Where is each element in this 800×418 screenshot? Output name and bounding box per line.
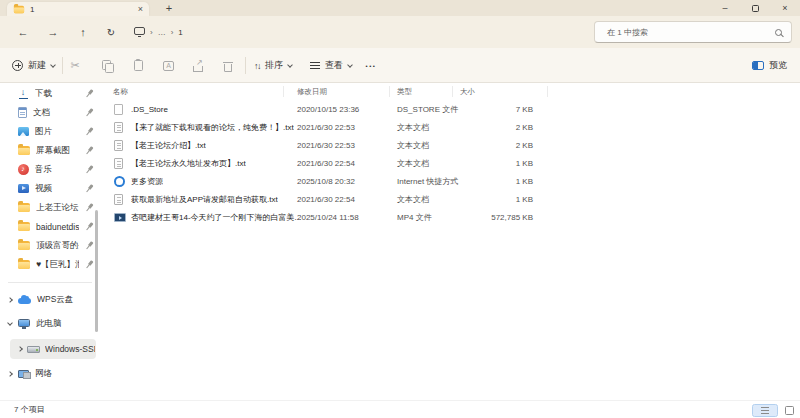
copy-button[interactable]: [98, 48, 116, 83]
sort-label: 排序: [265, 59, 283, 72]
column-header-size[interactable]: 大小: [460, 83, 475, 100]
file-row[interactable]: 【来了就能下载和观看的论坛，纯免费！】.txt 2021/6/30 22:53 …: [100, 118, 660, 136]
file-row[interactable]: 【老王论坛永久地址发布页】.txt 2021/6/30 22:54 文本文档 1…: [100, 154, 660, 172]
sidebar-item-screenshots[interactable]: 屏幕截图: [0, 141, 100, 160]
toolbar: [0, 48, 800, 83]
back-button[interactable]: ←: [12, 16, 34, 48]
breadcrumb-current-folder[interactable]: 1: [178, 28, 182, 37]
internet-shortcut-icon: [114, 176, 125, 187]
new-tab-button[interactable]: +: [160, 1, 178, 15]
minimize-button[interactable]: –: [710, 0, 740, 16]
chevron-down-icon: [287, 62, 293, 68]
file-row[interactable]: 【老王论坛介绍】.txt 2021/6/30 22:53 文本文档 2 KB: [100, 136, 660, 154]
sidebar-item-videos[interactable]: 视频: [0, 179, 100, 198]
breadcrumb: › … › 1: [134, 16, 183, 48]
file-name: 杏吧建材王哥14-今天约了一个刚下海的白富美...: [131, 212, 301, 223]
file-row[interactable]: .DS_Store 2020/10/15 23:36 DS_STORE 文件 7…: [100, 100, 660, 118]
file-name: 获取最新地址及APP请发邮箱自动获取.txt: [131, 194, 278, 205]
file-size: 2 KB: [450, 141, 533, 150]
sort-arrows-icon: ↑↓: [254, 61, 260, 71]
details-view-toggle[interactable]: [752, 404, 778, 417]
pictures-icon: [18, 127, 29, 136]
sidebar-item-label: 网络: [35, 368, 91, 380]
pin-icon: [83, 258, 96, 271]
music-icon: [18, 164, 29, 175]
chevron-right-icon[interactable]: [7, 297, 13, 303]
sidebar-item-documents[interactable]: 文档: [0, 103, 100, 122]
file-name: 更多资源: [131, 176, 163, 187]
sidebar-item-downloads[interactable]: 下载: [0, 84, 100, 103]
sort-button[interactable]: ↑↓ 排序: [254, 48, 292, 83]
this-pc-icon[interactable]: [134, 27, 145, 35]
sidebar: 下载 文档 图片 屏幕截图 音乐 视频: [0, 83, 100, 400]
text-file-icon: [114, 122, 123, 133]
icons-view-toggle[interactable]: [785, 406, 794, 415]
document-icon: [18, 107, 27, 118]
video-file-icon: [114, 213, 126, 222]
close-button[interactable]: ×: [770, 0, 800, 16]
sidebar-item-label: 文档: [33, 107, 79, 119]
sidebar-item-label: 上老王论坛当: [36, 202, 79, 214]
column-header-date[interactable]: 修改日期: [297, 83, 327, 100]
sidebar-divider: [8, 282, 92, 283]
pin-icon: [83, 125, 96, 138]
file-row[interactable]: 获取最新地址及APP请发邮箱自动获取.txt 2021/6/30 22:54 文…: [100, 190, 660, 208]
file-size: 1 KB: [450, 177, 533, 186]
maximize-button[interactable]: [740, 0, 770, 16]
sidebar-item-label: WPS云盘: [37, 294, 93, 306]
file-list: 名称 修改日期 类型 大小 .DS_Store 2020/10/15 23:36…: [100, 83, 800, 400]
preview-button[interactable]: 预览: [752, 48, 787, 83]
file-row[interactable]: 更多资源 2025/10/8 20:32 Internet 快捷方式 1 KB: [100, 172, 660, 190]
sidebar-item-label: 此电脑: [36, 318, 92, 330]
sidebar-item-folder[interactable]: 顶级富哥的生: [0, 236, 100, 255]
up-button[interactable]: ↑: [72, 16, 94, 48]
sidebar-item-windows-ssd[interactable]: Windows-SSD (C:): [10, 339, 96, 359]
chevron-down-icon[interactable]: [7, 320, 13, 326]
pin-icon: [83, 201, 96, 214]
column-header-type[interactable]: 类型: [397, 83, 412, 100]
paste-button[interactable]: [129, 48, 147, 83]
sidebar-item-folder[interactable]: ♥【巨乳】泄: [0, 255, 100, 274]
column-divider: [389, 86, 390, 97]
file-row[interactable]: 杏吧建材王哥14-今天约了一个刚下海的白富美... 2025/10/24 11:…: [100, 208, 660, 226]
sidebar-item-music[interactable]: 音乐: [0, 160, 100, 179]
sidebar-item-pictures[interactable]: 图片: [0, 122, 100, 141]
column-divider: [452, 86, 453, 97]
pin-icon: [83, 144, 96, 157]
breadcrumb-ellipsis[interactable]: …: [158, 28, 166, 37]
chevron-right-icon[interactable]: [7, 371, 13, 377]
file-type: 文本文档: [397, 158, 429, 169]
text-file-icon: [114, 194, 123, 205]
sidebar-item-network[interactable]: 网络: [0, 363, 100, 385]
file-name: 【老王论坛永久地址发布页】.txt: [131, 158, 246, 169]
sidebar-item-folder[interactable]: baidunetdisk: [0, 217, 100, 236]
new-button[interactable]: 新建: [12, 48, 55, 83]
chevron-right-icon: ›: [150, 28, 153, 37]
rename-button[interactable]: [159, 48, 177, 83]
more-options-button[interactable]: •••: [362, 48, 380, 83]
sidebar-item-folder[interactable]: 上老王论坛当: [0, 198, 100, 217]
pin-icon: [83, 182, 96, 195]
column-divider: [283, 86, 284, 97]
folder-icon: [18, 260, 30, 269]
chevron-right-icon[interactable]: [17, 346, 23, 352]
forward-button[interactable]: →: [42, 16, 64, 48]
file-type: 文本文档: [397, 122, 429, 133]
sidebar-item-this-pc[interactable]: 此电脑: [0, 313, 100, 335]
copy-icon: [102, 60, 113, 71]
sidebar-item-label: ♥【巨乳】泄: [36, 259, 79, 271]
view-label: 查看: [325, 59, 343, 72]
sidebar-scrollbar[interactable]: [95, 210, 98, 332]
pin-icon: [83, 239, 96, 252]
tab-close-icon[interactable]: ×: [138, 4, 143, 14]
tab-folder-1[interactable]: 1 ×: [7, 2, 149, 16]
search-input[interactable]: 在 1 中搜索: [594, 21, 792, 43]
cut-button[interactable]: ✂: [66, 48, 84, 83]
share-button[interactable]: [189, 48, 207, 83]
refresh-button[interactable]: ↻: [100, 16, 122, 48]
view-button[interactable]: 查看: [310, 48, 352, 83]
sidebar-item-wps-cloud[interactable]: WPS云盘: [0, 289, 100, 311]
column-header-name[interactable]: 名称: [113, 83, 128, 100]
delete-button[interactable]: [219, 48, 237, 83]
file-date: 2025/10/8 20:32: [297, 177, 355, 186]
